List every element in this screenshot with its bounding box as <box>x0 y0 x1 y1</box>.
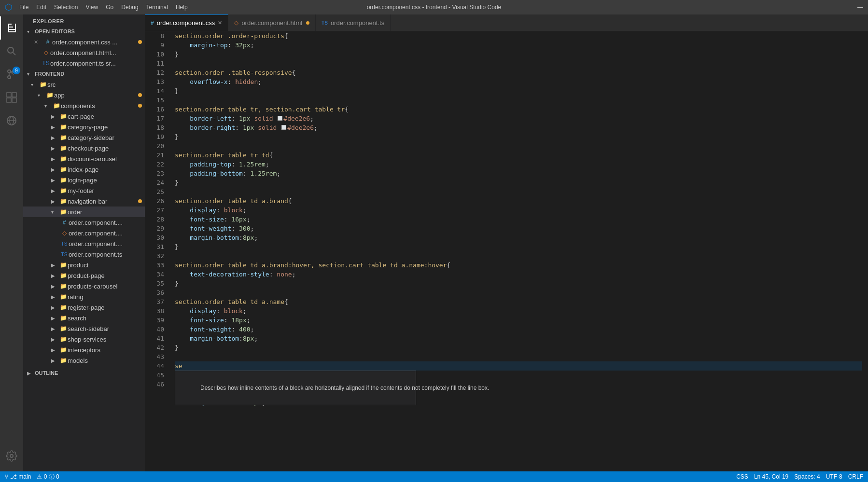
folder-label: products-carousel <box>68 283 145 290</box>
folder-src[interactable]: ▾ 📁 src <box>23 79 145 90</box>
chevron: ▶ <box>51 337 59 342</box>
tab-css-close[interactable]: ✕ <box>218 20 222 26</box>
vscode-logo: ⬡ <box>5 2 13 13</box>
menu-selection[interactable]: Selection <box>50 3 82 12</box>
folder-rating[interactable]: ▶ 📁 rating <box>23 291 145 302</box>
code-line-19: } <box>175 132 862 141</box>
folder-interceptors[interactable]: ▶ 📁 interceptors <box>23 344 145 355</box>
tab-css[interactable]: # order.component.css ✕ <box>145 14 228 31</box>
file-order-html[interactable]: ◇ order.component.... <box>23 228 145 238</box>
svg-rect-11 <box>7 93 11 97</box>
svg-rect-2 <box>8 31 16 32</box>
folder-icon: 📁 <box>59 113 68 120</box>
chevron: ▶ <box>51 326 59 331</box>
activity-icon-settings[interactable] <box>0 444 23 468</box>
folder-models[interactable]: ▶ 📁 models <box>23 355 145 366</box>
status-spaces[interactable]: Spaces: 4 <box>794 473 820 480</box>
status-branch[interactable]: ⑂ ⎇ main <box>5 473 31 480</box>
folder-search[interactable]: ▶ 📁 search <box>23 313 145 323</box>
status-errors[interactable]: ⚠ 0 ⓘ 0 <box>37 473 59 481</box>
folder-category-sidebar[interactable]: ▶ 📁 category-sidebar <box>23 132 145 143</box>
folder-app-label: app <box>54 92 138 99</box>
file-order-ts-2[interactable]: TS order.component.ts <box>23 249 145 260</box>
folder-shop-services[interactable]: ▶ 📁 shop-services <box>23 334 145 344</box>
tab-ts[interactable]: TS order.component.ts <box>316 14 391 31</box>
menu-help[interactable]: Help <box>172 3 192 12</box>
status-language[interactable]: CSS <box>736 473 748 480</box>
outline-header[interactable]: ▶ OUTLINE <box>23 368 145 378</box>
menu-view[interactable]: View <box>82 3 102 12</box>
code-line-28: font-size: 16px; <box>175 215 862 224</box>
open-editor-html[interactable]: ◇ order.component.html... <box>23 47 145 58</box>
color-swatch-18 <box>281 125 286 130</box>
activity-icon-source-control[interactable]: 9 <box>0 63 23 86</box>
folder-register-page[interactable]: ▶ 📁 register-page <box>23 302 145 313</box>
folder-label: rating <box>68 293 145 301</box>
minimize-button[interactable]: — <box>857 4 863 11</box>
folder-label: interceptors <box>68 346 145 354</box>
folder-checkout-page[interactable]: ▶ 📁 checkout-page <box>23 143 145 153</box>
chevron: ▶ <box>51 316 59 321</box>
menu-debug[interactable]: Debug <box>117 3 142 12</box>
folder-navigation-bar[interactable]: ▶ 📁 navigation-bar <box>23 196 145 207</box>
code-editor[interactable]: section.order .order-products{ margin-to… <box>168 31 862 471</box>
chevron: ▶ <box>51 114 59 119</box>
activity-bar: 9 <box>0 14 23 471</box>
folder-search-sidebar[interactable]: ▶ 📁 search-sidebar <box>23 323 145 334</box>
frontend-chevron: ▾ <box>27 71 35 77</box>
activity-icon-explorer[interactable] <box>0 16 23 40</box>
folder-icon: 📁 <box>59 187 68 194</box>
status-encoding[interactable]: UTF-8 <box>826 473 842 480</box>
folder-login-page[interactable]: ▶ 📁 login-page <box>23 175 145 185</box>
folder-products-carousel[interactable]: ▶ 📁 products-carousel <box>23 281 145 291</box>
status-position[interactable]: Ln 45, Col 19 <box>754 473 788 480</box>
folder-discount-carousel[interactable]: ▶ 📁 discount-carousel <box>23 153 145 164</box>
menu-terminal[interactable]: Terminal <box>142 3 172 12</box>
folder-category-page[interactable]: ▶ 📁 category-page <box>23 122 145 132</box>
folder-my-footer[interactable]: ▶ 📁 my-footer <box>23 185 145 196</box>
color-swatch-17 <box>278 116 282 121</box>
folder-app[interactable]: ▾ 📁 app <box>23 90 145 100</box>
open-editor-css[interactable]: ✕ # order.component.css ... <box>23 37 145 47</box>
code-line-29: font-weight: 300; <box>175 224 862 233</box>
ts-file-icon: TS <box>42 60 50 67</box>
code-line-17: border-left: 1px solid #dee2e6; <box>175 114 862 123</box>
frontend-header[interactable]: ▾ FRONTEND <box>23 69 145 79</box>
close-icon[interactable]: ✕ <box>34 39 42 45</box>
folder-index-page[interactable]: ▶ 📁 index-page <box>23 164 145 175</box>
folder-label: checkout-page <box>68 145 145 152</box>
ts-icon: TS <box>60 241 69 247</box>
status-eol[interactable]: CRLF <box>848 473 863 480</box>
chevron: ▶ <box>51 124 59 130</box>
folder-label: register-page <box>68 304 145 311</box>
title-bar: ⬡ File Edit Selection View Go Debug Term… <box>0 0 868 14</box>
activity-icon-search[interactable] <box>0 40 23 63</box>
chevron: ▶ <box>51 156 59 162</box>
folder-product-page[interactable]: ▶ 📁 product-page <box>23 270 145 281</box>
status-encoding-label: UTF-8 <box>826 473 842 480</box>
menu-edit[interactable]: Edit <box>32 3 50 12</box>
folder-product[interactable]: ▶ 📁 product <box>23 260 145 270</box>
folder-components[interactable]: ▾ 📁 components <box>23 100 145 111</box>
menu-file[interactable]: File <box>15 3 32 12</box>
activity-icon-remote[interactable] <box>0 109 23 132</box>
code-line-11 <box>175 59 862 68</box>
folder-icon: 📁 <box>59 336 68 343</box>
file-order-ts-1[interactable]: TS order.component.... <box>23 238 145 249</box>
file-order-css[interactable]: # order.component.... <box>23 217 145 228</box>
svg-point-8 <box>8 70 11 73</box>
chevron: ▶ <box>51 199 59 204</box>
code-line-23: padding-bottom: 1.25rem; <box>175 169 862 178</box>
chevron: ▶ <box>51 284 59 289</box>
open-editors-header[interactable]: ▾ OPEN EDITORS <box>23 26 145 37</box>
svg-rect-4 <box>8 27 13 28</box>
status-position-label: Ln 45, Col 19 <box>754 473 788 480</box>
folder-cart-page[interactable]: ▶ 📁 cart-page <box>23 111 145 122</box>
open-editor-ts[interactable]: TS order.component.ts sr... <box>23 58 145 69</box>
tab-html[interactable]: ◇ order.component.html <box>228 14 316 31</box>
outline-chevron: ▶ <box>27 371 35 376</box>
folder-label: category-sidebar <box>68 134 145 141</box>
menu-go[interactable]: Go <box>102 3 117 12</box>
activity-icon-extensions[interactable] <box>0 86 23 109</box>
folder-order[interactable]: ▾ 📁 order <box>23 207 145 217</box>
